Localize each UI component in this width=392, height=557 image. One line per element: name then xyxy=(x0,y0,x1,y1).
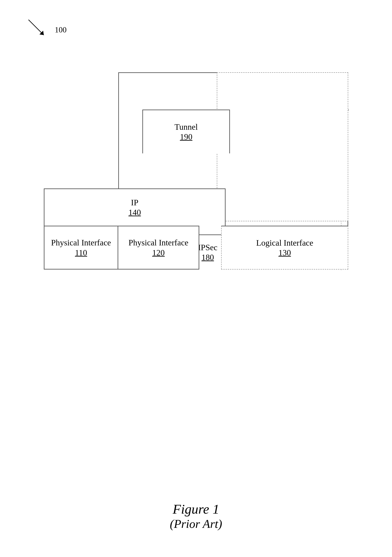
tunnel-box: Tunnel 190 xyxy=(142,110,230,153)
ip-label: IP xyxy=(131,198,138,208)
diagram-area: Tunnel 190 TCP 160 UDP 170 GRE 150 IPSec… xyxy=(44,72,348,270)
figure-caption: Figure 1 (Prior Art) xyxy=(0,501,392,531)
phys120-number: 120 xyxy=(152,248,165,257)
phys110-number: 110 xyxy=(75,248,87,257)
phys-110-box: Physical Interface 110 xyxy=(44,226,118,270)
logical130-label: Logical Interface xyxy=(256,238,313,248)
caption-subtitle: (Prior Art) xyxy=(170,517,222,531)
phys120-label: Physical Interface xyxy=(128,238,188,248)
logical-130-box: Logical Interface 130 xyxy=(221,226,348,270)
tunnel-number: 190 xyxy=(180,132,192,141)
ip-number: 140 xyxy=(128,207,141,217)
phys110-label: Physical Interface xyxy=(51,238,111,248)
ip-layer-box: IP 140 xyxy=(44,188,225,226)
ipsec-dashed-box xyxy=(217,72,348,221)
ipsec-number: 180 xyxy=(201,253,214,262)
logical130-number: 130 xyxy=(279,248,291,257)
ref-100-arrow xyxy=(27,19,49,41)
caption-title: Figure 1 xyxy=(173,501,219,517)
phys-120-box: Physical Interface 120 xyxy=(118,226,199,270)
tunnel-label: Tunnel xyxy=(175,122,198,132)
ref-100-label: 100 xyxy=(55,25,67,34)
page: 100 Tunnel 190 TCP 160 UDP xyxy=(0,0,392,557)
ipsec-label: IPSec xyxy=(198,243,217,253)
